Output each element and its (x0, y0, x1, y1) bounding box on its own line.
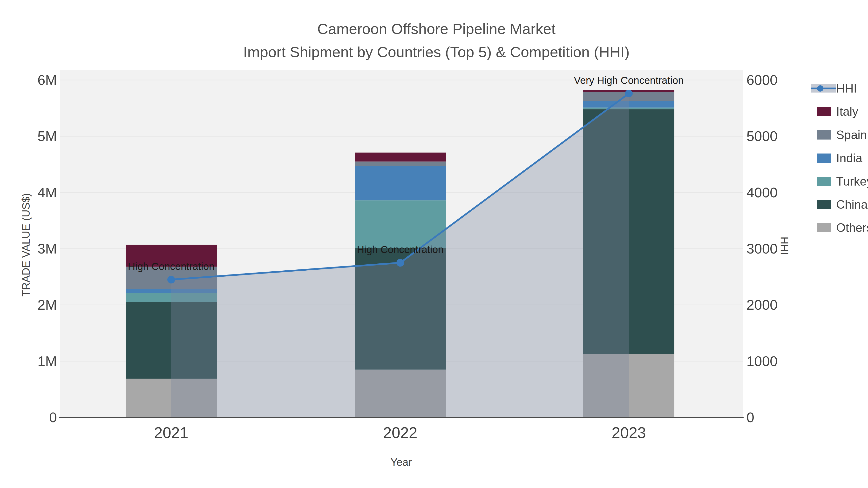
legend-item-india[interactable]: India (808, 151, 868, 165)
y-left-tick-0: 0 (49, 410, 57, 425)
y-right-axis-title: HHI (778, 237, 790, 255)
y-left-tick-3M: 3M (37, 241, 57, 256)
legend-label-hhi: HHI (836, 82, 857, 95)
legend-label-turkey: Turkey (836, 174, 868, 189)
y-left-tick-2M: 2M (37, 297, 57, 313)
legend: HHIItalySpainIndiaTurkeyChinaOthers (808, 0, 868, 488)
legend-label-china: China (836, 198, 868, 212)
chart-subtitle: Import Shipment by Countries (Top 5) & C… (243, 40, 629, 64)
legend-swatch-others (817, 223, 831, 232)
bar-segment-2022-spain[interactable] (355, 161, 446, 166)
y-left-tick-1M: 1M (37, 353, 57, 369)
legend-swatch-china (817, 200, 831, 209)
legend-label-italy: Italy (836, 105, 858, 119)
y-left-tick-4M: 4M (37, 185, 57, 200)
x-tick-2022: 2022 (383, 424, 417, 442)
legend-label-india: India (836, 151, 862, 165)
chart-title-block: Cameroon Offshore Pipeline Market Import… (243, 18, 629, 64)
legend-item-china[interactable]: China (808, 197, 868, 212)
y-right-tick-4000: 4000 (746, 185, 778, 200)
bar-segment-2022-italy[interactable] (355, 153, 446, 161)
legend-swatch-india (817, 154, 831, 163)
x-tick-2023: 2023 (612, 424, 646, 442)
y-right-tick-1000: 1000 (746, 353, 778, 369)
y-right-tick-0: 0 (746, 410, 754, 425)
y-left-tick-5M: 5M (37, 128, 57, 144)
legend-swatch-spain (817, 130, 831, 139)
annotation-2021: High Concentration (128, 261, 215, 272)
legend-swatch-italy (817, 107, 831, 116)
legend-item-others[interactable]: Others (808, 221, 868, 235)
hhi-marker-2021[interactable] (167, 276, 175, 283)
legend-label-spain: Spain (836, 128, 867, 142)
annotation-2023: Very High Concentration (574, 75, 684, 86)
y-right-tick-6000: 6000 (746, 72, 778, 88)
chart-figure: 01M2M3M4M5M6M010002000300040005000600020… (0, 0, 868, 488)
y-left-axis-title: TRADE VALUE (US$) (20, 193, 32, 297)
chart-title: Cameroon Offshore Pipeline Market (243, 18, 629, 40)
legend-item-turkey[interactable]: Turkey (808, 174, 868, 189)
y-right-tick-3000: 3000 (746, 241, 778, 256)
legend-item-hhi[interactable]: HHI (808, 81, 868, 96)
bar-segment-2022-india[interactable] (355, 166, 446, 200)
legend-hhi-marker-swatch (817, 85, 824, 92)
x-axis-title: Year (391, 456, 412, 468)
y-left-tick-6M: 6M (37, 72, 57, 88)
legend-swatch-turkey (817, 177, 831, 186)
y-right-tick-2000: 2000 (746, 297, 778, 313)
legend-label-others: Others (836, 221, 868, 235)
hhi-marker-2022[interactable] (396, 259, 404, 266)
hhi-marker-2023[interactable] (625, 90, 633, 97)
legend-item-italy[interactable]: Italy (808, 104, 868, 119)
y-right-tick-5000: 5000 (746, 128, 778, 144)
x-tick-2021: 2021 (154, 424, 188, 442)
chart-canvas: 01M2M3M4M5M6M010002000300040005000600020… (0, 0, 868, 488)
annotation-2022: High Concentration (357, 244, 444, 255)
legend-item-spain[interactable]: Spain (808, 128, 868, 142)
